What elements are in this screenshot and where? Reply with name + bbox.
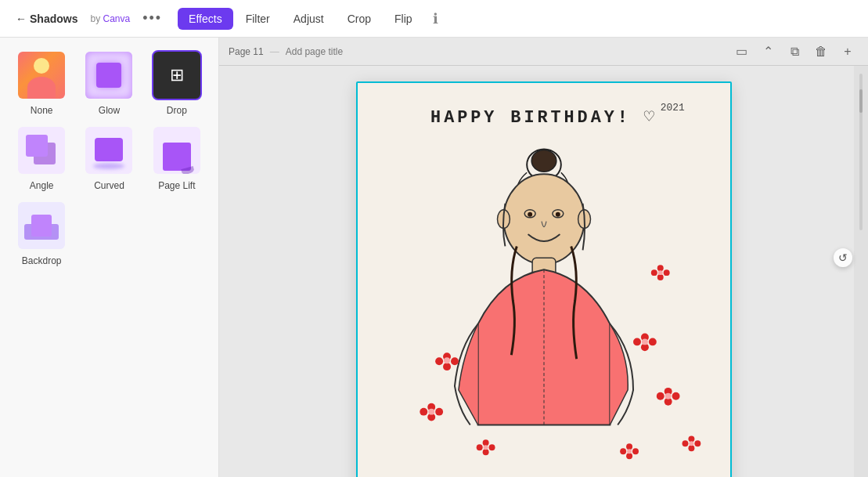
svg-point-15 (435, 357, 443, 365)
tab-effects[interactable]: Effects (178, 8, 233, 30)
curved-preview (85, 127, 132, 174)
back-arrow-icon: ← (16, 13, 27, 25)
effect-glow-thumb (84, 50, 134, 100)
tab-flip[interactable]: Flip (384, 8, 423, 30)
svg-point-44 (688, 445, 694, 451)
svg-point-53 (657, 270, 662, 275)
rotate-icon: ↺ (838, 251, 848, 264)
svg-point-23 (428, 409, 434, 415)
scrollbar-area (854, 66, 868, 477)
effect-none-thumb (16, 50, 67, 100)
effect-angle[interactable]: Angle (13, 125, 70, 191)
svg-point-38 (483, 445, 488, 450)
svg-point-10 (528, 212, 532, 217)
delete-page-button[interactable]: 🗑 (810, 41, 832, 63)
back-button[interactable]: ← Shadows (9, 9, 84, 28)
angle-preview (18, 127, 65, 174)
effect-glow[interactable]: Glow (80, 50, 138, 116)
svg-point-51 (663, 269, 669, 276)
backdrop-preview (18, 202, 65, 249)
curved-shadow (93, 163, 124, 169)
none-preview (18, 52, 65, 99)
backdrop-square (31, 215, 52, 237)
add-icon: + (844, 45, 851, 59)
effect-backdrop-label: Backdrop (22, 255, 62, 266)
chevron-up-icon: ⌃ (763, 44, 773, 59)
effect-pagelift-thumb (152, 125, 202, 175)
page-frame[interactable]: HAPPY BIRTHDAY! ♡ 2021 (356, 81, 732, 477)
effect-none-label: None (31, 105, 53, 116)
by-canva-label: by Canva (90, 13, 130, 24)
svg-text:2021: 2021 (660, 102, 684, 114)
svg-point-14 (443, 363, 451, 370)
effect-drop[interactable]: ⊞ Drop (148, 50, 206, 116)
collapse-button[interactable]: ⌃ (757, 41, 779, 63)
page-title-area: Page 11 — (229, 46, 730, 57)
svg-point-4 (531, 150, 556, 172)
rotate-handle[interactable]: ↺ (834, 248, 852, 267)
duplicate-icon: ▭ (736, 44, 747, 59)
svg-point-40 (620, 448, 626, 454)
duplicate-page-button[interactable]: ▭ (730, 41, 752, 63)
svg-point-33 (665, 393, 671, 399)
svg-point-37 (482, 439, 488, 446)
canvas-area: Page 11 — ▭ ⌃ ⧉ 🗑 + (219, 38, 868, 477)
canva-link[interactable]: Canva (103, 13, 131, 24)
page-title-separator: — (270, 46, 279, 57)
tab-adjust[interactable]: Adjust (283, 8, 335, 30)
tab-crop[interactable]: Crop (337, 8, 382, 30)
svg-point-20 (420, 408, 427, 416)
trash-icon: 🗑 (815, 45, 827, 59)
more-options-button[interactable]: ••• (136, 7, 168, 30)
effect-angle-thumb (16, 125, 67, 175)
glow-square (96, 63, 121, 88)
drop-sliders-icon: ⊞ (170, 65, 184, 85)
effect-angle-label: Angle (30, 180, 54, 191)
svg-point-42 (626, 443, 632, 450)
add-page-button[interactable]: + (837, 41, 859, 63)
effect-curved-thumb (84, 125, 134, 175)
svg-point-21 (435, 408, 443, 416)
effect-curved[interactable]: Curved (80, 125, 138, 191)
svg-point-34 (482, 449, 488, 455)
svg-point-50 (650, 269, 657, 276)
scrollbar-thumb (859, 89, 863, 113)
svg-point-52 (657, 265, 663, 271)
top-toolbar: ← Shadows by Canva ••• Effects Filter Ad… (0, 0, 868, 38)
effect-backdrop-thumb (16, 201, 67, 251)
tab-filter[interactable]: Filter (235, 8, 281, 30)
effect-glow-label: Glow (99, 105, 120, 116)
svg-point-25 (633, 338, 641, 345)
svg-text:HAPPY  BIRTHDAY! ♡: HAPPY BIRTHDAY! ♡ (430, 108, 657, 128)
svg-point-30 (656, 392, 664, 400)
glow-preview (85, 52, 132, 99)
toolbar-left: ← Shadows by Canva ••• (9, 7, 168, 30)
copy-icon: ⧉ (791, 45, 799, 59)
svg-point-36 (488, 444, 495, 450)
effects-grid: None Glow ⊞ Drop (13, 50, 206, 266)
effects-panel: None Glow ⊞ Drop (0, 38, 219, 477)
effect-none[interactable]: None (13, 50, 70, 116)
svg-point-18 (444, 357, 450, 363)
curved-square (95, 138, 123, 161)
svg-point-28 (641, 338, 647, 345)
copy-page-button[interactable]: ⧉ (783, 41, 805, 63)
svg-point-35 (476, 444, 482, 450)
effect-pagelift-label: Page Lift (158, 180, 195, 191)
angle-square (26, 135, 48, 157)
svg-point-48 (689, 441, 693, 446)
effect-drop-label: Drop (167, 105, 187, 116)
effect-backdrop[interactable]: Backdrop (13, 201, 70, 266)
main-area: None Glow ⊞ Drop (0, 38, 868, 477)
pagelift-preview (153, 127, 200, 174)
svg-point-41 (632, 448, 639, 454)
svg-point-26 (648, 338, 656, 345)
svg-point-31 (672, 392, 679, 400)
svg-point-16 (451, 357, 459, 365)
effect-page-lift[interactable]: Page Lift (148, 125, 206, 191)
page-title-input[interactable] (286, 46, 403, 57)
info-button[interactable]: ℹ (425, 8, 447, 30)
svg-point-43 (627, 449, 632, 454)
effect-curved-label: Curved (94, 180, 124, 191)
page-toolbar: Page 11 — ▭ ⌃ ⧉ 🗑 + (219, 38, 868, 66)
